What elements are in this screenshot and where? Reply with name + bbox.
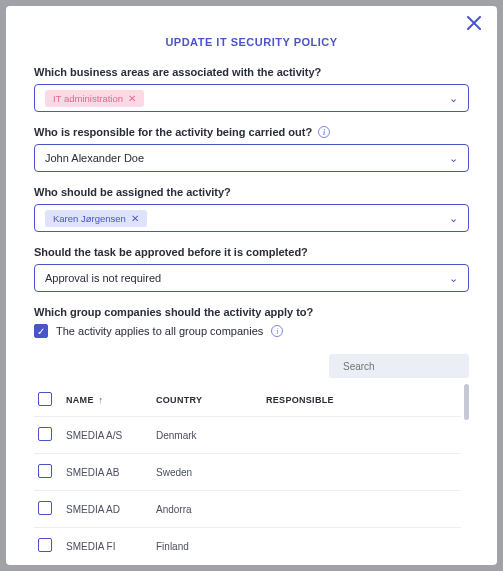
cell-country: Sweden	[152, 454, 262, 491]
label-business-areas: Which business areas are associated with…	[34, 66, 469, 78]
label-groups: Which group companies should the activit…	[34, 306, 469, 318]
cell-responsible	[262, 491, 461, 528]
field-groups: Which group companies should the activit…	[34, 306, 469, 338]
cell-responsible	[262, 417, 461, 454]
cell-responsible	[262, 454, 461, 491]
tag-label: Karen Jørgensen	[53, 213, 126, 224]
header-text: COUNTRY	[156, 395, 202, 405]
table-row: SMEDIA ADAndorra	[34, 491, 461, 528]
label-approval: Should the task be approved before it is…	[34, 246, 469, 258]
label-text: Who is responsible for the activity bein…	[34, 126, 312, 138]
cell-name: SMEDIA AB	[62, 454, 152, 491]
field-approval: Should the task be approved before it is…	[34, 246, 469, 292]
companies-table-zone: NAME ↑ COUNTRY RESPONSIBLE SMEDIA A/SDen…	[34, 384, 469, 564]
close-button[interactable]	[467, 16, 485, 34]
search-wrap	[34, 354, 469, 378]
cell-name: SMEDIA FI	[62, 528, 152, 565]
col-header-name[interactable]: NAME ↑	[62, 384, 152, 417]
cell-country: Andorra	[152, 491, 262, 528]
modal-update-policy: UPDATE IT SECURITY POLICY Which business…	[6, 6, 497, 565]
info-icon[interactable]: i	[271, 325, 283, 337]
chevron-down-icon: ⌄	[449, 272, 458, 285]
table-row: SMEDIA A/SDenmark	[34, 417, 461, 454]
col-header-country[interactable]: COUNTRY	[152, 384, 262, 417]
tag-label: IT administration	[53, 93, 123, 104]
chevron-down-icon: ⌄	[449, 152, 458, 165]
chevron-down-icon: ⌄	[449, 92, 458, 105]
table-row: SMEDIA ABSweden	[34, 454, 461, 491]
field-responsible: Who is responsible for the activity bein…	[34, 126, 469, 172]
checkbox-all-companies[interactable]: ✓	[34, 324, 48, 338]
sort-asc-icon: ↑	[99, 395, 104, 405]
select-responsible[interactable]: John Alexander Doe ⌄	[34, 144, 469, 172]
label-responsible: Who is responsible for the activity bein…	[34, 126, 469, 138]
col-header-responsible[interactable]: RESPONSIBLE	[262, 384, 461, 417]
cell-country: Finland	[152, 528, 262, 565]
modal-footer: ← Previous Next →	[34, 564, 469, 571]
row-checkbox[interactable]	[38, 464, 52, 478]
field-assigned: Who should be assigned the activity? Kar…	[34, 186, 469, 232]
checkbox-select-all[interactable]	[38, 392, 52, 406]
cell-country: Denmark	[152, 417, 262, 454]
search-box[interactable]	[329, 354, 469, 378]
select-value: Approval is not required	[45, 272, 161, 284]
select-approval[interactable]: Approval is not required ⌄	[34, 264, 469, 292]
modal-title: UPDATE IT SECURITY POLICY	[34, 36, 469, 48]
close-icon	[467, 16, 481, 30]
tag-remove-icon[interactable]: ✕	[128, 93, 136, 104]
cell-name: SMEDIA AD	[62, 491, 152, 528]
chevron-down-icon: ⌄	[449, 212, 458, 225]
select-value: John Alexander Doe	[45, 152, 144, 164]
search-input[interactable]	[343, 361, 470, 372]
row-checkbox[interactable]	[38, 538, 52, 552]
row-checkbox[interactable]	[38, 501, 52, 515]
table-row: SMEDIA FIFinland	[34, 528, 461, 565]
tag-business-area[interactable]: IT administration ✕	[45, 90, 144, 107]
select-assigned[interactable]: Karen Jørgensen ✕ ⌄	[34, 204, 469, 232]
checkbox-row-all-companies: ✓ The activity applies to all group comp…	[34, 324, 469, 338]
header-text: NAME	[66, 395, 94, 405]
companies-table: NAME ↑ COUNTRY RESPONSIBLE SMEDIA A/SDen…	[34, 384, 461, 564]
info-icon[interactable]: i	[318, 126, 330, 138]
select-business-areas[interactable]: IT administration ✕ ⌄	[34, 84, 469, 112]
cell-responsible	[262, 528, 461, 565]
label-assigned: Who should be assigned the activity?	[34, 186, 469, 198]
scrollbar[interactable]	[464, 384, 469, 564]
tag-remove-icon[interactable]: ✕	[131, 213, 139, 224]
checkbox-label: The activity applies to all group compan…	[56, 325, 263, 337]
row-checkbox[interactable]	[38, 427, 52, 441]
field-business-areas: Which business areas are associated with…	[34, 66, 469, 112]
header-text: RESPONSIBLE	[266, 395, 334, 405]
tag-assigned[interactable]: Karen Jørgensen ✕	[45, 210, 147, 227]
col-header-select	[34, 384, 62, 417]
cell-name: SMEDIA A/S	[62, 417, 152, 454]
